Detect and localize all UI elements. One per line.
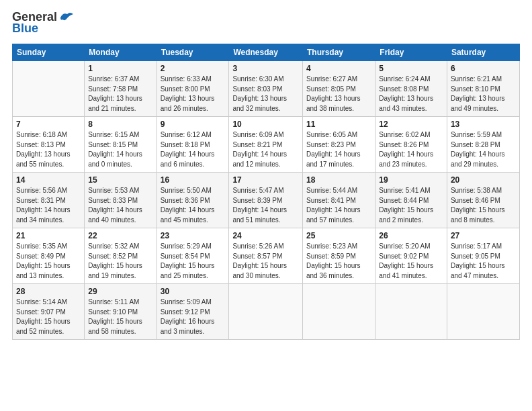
calendar-cell: 18Sunrise: 5:44 AMSunset: 8:41 PMDayligh…: [302, 173, 375, 228]
day-info: Sunrise: 5:38 AMSunset: 8:46 PMDaylight:…: [451, 186, 516, 225]
day-info: Sunrise: 6:24 AMSunset: 8:08 PMDaylight:…: [379, 75, 443, 113]
day-info: Sunrise: 6:02 AMSunset: 8:26 PMDaylight:…: [379, 130, 443, 169]
day-number: 5: [379, 64, 443, 73]
weekday-header-tuesday: Tuesday: [157, 44, 229, 61]
day-info: Sunrise: 5:47 AMSunset: 8:39 PMDaylight:…: [232, 186, 299, 225]
calendar-cell: 12Sunrise: 6:02 AMSunset: 8:26 PMDayligh…: [375, 117, 447, 173]
calendar-cell: [302, 284, 375, 340]
calendar-cell: 4Sunrise: 6:27 AMSunset: 8:05 PMDaylight…: [302, 61, 375, 117]
day-number: 17: [232, 175, 299, 185]
day-info: Sunrise: 5:17 AMSunset: 9:05 PMDaylight:…: [451, 242, 516, 281]
logo-bird-icon: [58, 11, 73, 23]
day-number: 30: [161, 287, 226, 296]
day-info: Sunrise: 6:30 AMSunset: 8:03 PMDaylight:…: [232, 75, 299, 113]
day-info: Sunrise: 5:09 AMSunset: 9:12 PMDaylight:…: [161, 298, 226, 336]
weekday-header-saturday: Saturday: [447, 44, 519, 61]
calendar-cell: 2Sunrise: 6:33 AMSunset: 8:00 PMDaylight…: [157, 61, 229, 117]
calendar-cell: 26Sunrise: 5:20 AMSunset: 9:02 PMDayligh…: [375, 228, 447, 284]
calendar-week-row: 28Sunrise: 5:14 AMSunset: 9:07 PMDayligh…: [13, 284, 520, 340]
day-info: Sunrise: 5:59 AMSunset: 8:28 PMDaylight:…: [451, 130, 516, 169]
day-info: Sunrise: 5:50 AMSunset: 8:36 PMDaylight:…: [161, 186, 226, 225]
day-number: 18: [306, 175, 371, 185]
day-info: Sunrise: 6:27 AMSunset: 8:05 PMDaylight:…: [306, 75, 371, 113]
day-number: 13: [451, 120, 516, 129]
calendar-cell: 30Sunrise: 5:09 AMSunset: 9:12 PMDayligh…: [157, 284, 229, 340]
header: General Blue: [12, 11, 520, 36]
day-number: 1: [88, 64, 152, 73]
day-info: Sunrise: 5:26 AMSunset: 8:57 PMDaylight:…: [232, 242, 299, 281]
weekday-header-wednesday: Wednesday: [229, 44, 303, 61]
logo: General Blue: [12, 11, 73, 36]
calendar-cell: 23Sunrise: 5:29 AMSunset: 8:54 PMDayligh…: [157, 228, 229, 284]
day-number: 26: [379, 231, 443, 240]
day-number: 24: [232, 231, 299, 240]
day-info: Sunrise: 5:29 AMSunset: 8:54 PMDaylight:…: [161, 242, 226, 281]
calendar-cell: 6Sunrise: 6:21 AMSunset: 8:10 PMDaylight…: [447, 61, 519, 117]
day-number: 19: [379, 175, 443, 185]
day-number: 16: [161, 175, 226, 185]
day-info: Sunrise: 5:35 AMSunset: 8:49 PMDaylight:…: [16, 242, 81, 281]
day-number: 20: [451, 175, 516, 185]
calendar-cell: 29Sunrise: 5:11 AMSunset: 9:10 PMDayligh…: [85, 284, 157, 340]
calendar-cell: 3Sunrise: 6:30 AMSunset: 8:03 PMDaylight…: [229, 61, 303, 117]
day-info: Sunrise: 5:41 AMSunset: 8:44 PMDaylight:…: [379, 186, 443, 225]
calendar-cell: 9Sunrise: 6:12 AMSunset: 8:18 PMDaylight…: [157, 117, 229, 173]
day-number: 10: [232, 120, 299, 129]
day-info: Sunrise: 6:18 AMSunset: 8:13 PMDaylight:…: [16, 130, 81, 169]
day-number: 25: [306, 231, 371, 240]
calendar-cell: 8Sunrise: 6:15 AMSunset: 8:15 PMDaylight…: [85, 117, 157, 173]
day-number: 21: [16, 231, 81, 240]
weekday-header-sunday: Sunday: [13, 44, 85, 61]
day-number: 28: [16, 287, 81, 296]
calendar-cell: 10Sunrise: 6:09 AMSunset: 8:21 PMDayligh…: [229, 117, 303, 173]
calendar-cell: 19Sunrise: 5:41 AMSunset: 8:44 PMDayligh…: [375, 173, 447, 228]
day-number: 8: [88, 120, 152, 129]
day-info: Sunrise: 6:05 AMSunset: 8:23 PMDaylight:…: [306, 130, 371, 169]
day-info: Sunrise: 5:56 AMSunset: 8:31 PMDaylight:…: [16, 186, 81, 225]
day-number: 14: [16, 175, 81, 185]
day-number: 4: [306, 64, 371, 73]
calendar-cell: [229, 284, 303, 340]
calendar-cell: 14Sunrise: 5:56 AMSunset: 8:31 PMDayligh…: [13, 173, 85, 228]
day-number: 2: [161, 64, 226, 73]
day-number: 7: [16, 120, 81, 129]
day-info: Sunrise: 6:09 AMSunset: 8:21 PMDaylight:…: [232, 130, 299, 169]
weekday-header-friday: Friday: [375, 44, 447, 61]
day-number: 23: [161, 231, 226, 240]
calendar-week-row: 21Sunrise: 5:35 AMSunset: 8:49 PMDayligh…: [13, 228, 520, 284]
day-number: 15: [88, 175, 152, 185]
calendar-cell: 15Sunrise: 5:53 AMSunset: 8:33 PMDayligh…: [85, 173, 157, 228]
day-number: 9: [161, 120, 226, 129]
calendar-cell: 28Sunrise: 5:14 AMSunset: 9:07 PMDayligh…: [13, 284, 85, 340]
weekday-header-monday: Monday: [85, 44, 157, 61]
calendar-cell: 16Sunrise: 5:50 AMSunset: 8:36 PMDayligh…: [157, 173, 229, 228]
calendar-week-row: 14Sunrise: 5:56 AMSunset: 8:31 PMDayligh…: [13, 173, 520, 228]
calendar-cell: 27Sunrise: 5:17 AMSunset: 9:05 PMDayligh…: [447, 228, 519, 284]
calendar-week-row: 1Sunrise: 6:37 AMSunset: 7:58 PMDaylight…: [13, 61, 520, 117]
calendar-cell: 11Sunrise: 6:05 AMSunset: 8:23 PMDayligh…: [302, 117, 375, 173]
calendar-cell: 7Sunrise: 6:18 AMSunset: 8:13 PMDaylight…: [13, 117, 85, 173]
day-number: 22: [88, 231, 152, 240]
day-info: Sunrise: 5:11 AMSunset: 9:10 PMDaylight:…: [88, 298, 152, 336]
calendar-cell: [13, 61, 85, 117]
day-number: 6: [451, 64, 516, 73]
day-info: Sunrise: 6:21 AMSunset: 8:10 PMDaylight:…: [451, 75, 516, 113]
calendar-cell: [447, 284, 519, 340]
day-info: Sunrise: 6:33 AMSunset: 8:00 PMDaylight:…: [161, 75, 226, 113]
day-info: Sunrise: 5:20 AMSunset: 9:02 PMDaylight:…: [379, 242, 443, 281]
page: General Blue SundayMondayTuesdayWednesda…: [0, 0, 532, 411]
day-info: Sunrise: 6:12 AMSunset: 8:18 PMDaylight:…: [161, 130, 226, 169]
calendar-cell: 24Sunrise: 5:26 AMSunset: 8:57 PMDayligh…: [229, 228, 303, 284]
calendar-week-row: 7Sunrise: 6:18 AMSunset: 8:13 PMDaylight…: [13, 117, 520, 173]
day-info: Sunrise: 5:53 AMSunset: 8:33 PMDaylight:…: [88, 186, 152, 225]
calendar-table: SundayMondayTuesdayWednesdayThursdayFrid…: [12, 44, 520, 340]
day-number: 12: [379, 120, 443, 129]
day-info: Sunrise: 6:15 AMSunset: 8:15 PMDaylight:…: [88, 130, 152, 169]
day-info: Sunrise: 6:37 AMSunset: 7:58 PMDaylight:…: [88, 75, 152, 113]
calendar-cell: 21Sunrise: 5:35 AMSunset: 8:49 PMDayligh…: [13, 228, 85, 284]
calendar-cell: 22Sunrise: 5:32 AMSunset: 8:52 PMDayligh…: [85, 228, 157, 284]
day-info: Sunrise: 5:44 AMSunset: 8:41 PMDaylight:…: [306, 186, 371, 225]
calendar-cell: [375, 284, 447, 340]
day-info: Sunrise: 5:23 AMSunset: 8:59 PMDaylight:…: [306, 242, 371, 281]
calendar-cell: 25Sunrise: 5:23 AMSunset: 8:59 PMDayligh…: [302, 228, 375, 284]
